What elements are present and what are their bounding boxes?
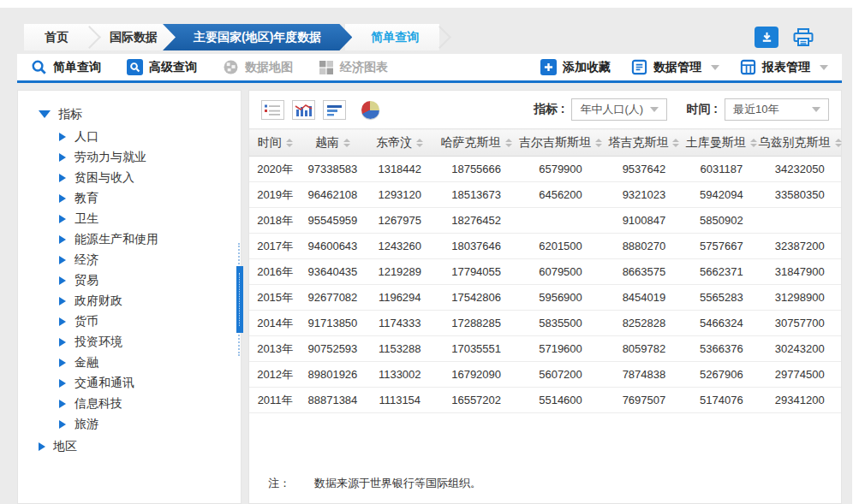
value-cell: 1219289 bbox=[365, 259, 435, 285]
sort-icon[interactable] bbox=[595, 139, 602, 147]
value-cell: 89801926 bbox=[301, 362, 364, 388]
value-cell: 9321023 bbox=[604, 182, 684, 208]
caret-right-icon bbox=[59, 256, 66, 264]
download-button[interactable] bbox=[755, 27, 778, 48]
column-header[interactable]: 吉尔吉斯斯坦 bbox=[517, 129, 603, 157]
value-cell: 8880270 bbox=[604, 234, 684, 259]
sidebar-item-label: 信息科技 bbox=[75, 396, 122, 412]
table-row: 2015年92677082119629417542806595690084540… bbox=[249, 285, 841, 311]
sort-icon[interactable] bbox=[505, 139, 512, 147]
grid-icon bbox=[740, 59, 756, 75]
value-cell: 94600643 bbox=[301, 234, 364, 259]
sidebar-item[interactable]: 交通和通讯 bbox=[59, 373, 241, 394]
column-header[interactable]: 东帝汶 bbox=[365, 129, 435, 157]
content-area: 指标 人口劳动力与就业贫困与收入教育卫生能源生产和使用经济贸易政府财政货币投资环… bbox=[17, 90, 842, 504]
value-cell: 17288285 bbox=[435, 311, 517, 336]
value-cell: 33580350 bbox=[759, 182, 841, 208]
value-cell: 5267906 bbox=[684, 362, 758, 388]
breadcrumb-annual-data-tab-active[interactable]: 主要国家(地区)年度数据 bbox=[163, 24, 352, 50]
sidebar-root-indicators[interactable]: 指标 bbox=[39, 104, 241, 125]
table-view-icon[interactable] bbox=[261, 100, 284, 120]
indicator-sidebar: 指标 人口劳动力与就业贫困与收入教育卫生能源生产和使用经济贸易政府财政货币投资环… bbox=[17, 90, 242, 504]
column-header[interactable]: 时间 bbox=[249, 129, 301, 157]
value-cell: 95545959 bbox=[301, 208, 364, 234]
value-cell: 5174076 bbox=[684, 388, 758, 413]
pie-chart-view-icon[interactable] bbox=[359, 100, 382, 120]
sidebar-resizer[interactable] bbox=[236, 266, 243, 333]
value-cell: 1318442 bbox=[365, 157, 435, 182]
sidebar-item[interactable]: 政府财政 bbox=[59, 291, 241, 311]
print-button[interactable] bbox=[790, 27, 816, 49]
simple-query-button[interactable]: 简单查询 bbox=[31, 59, 101, 75]
sidebar-item[interactable]: 投资环境 bbox=[59, 332, 241, 353]
sidebar-item-label: 劳动力与就业 bbox=[75, 150, 146, 165]
sidebar-item-label: 投资环境 bbox=[75, 335, 122, 350]
sidebar-item[interactable]: 劳动力与就业 bbox=[59, 147, 241, 168]
data-map-icon bbox=[223, 59, 239, 75]
add-favorite-button[interactable]: 添加收藏 bbox=[540, 59, 611, 75]
sidebar-item[interactable]: 信息科技 bbox=[59, 394, 241, 414]
value-cell: 1243260 bbox=[365, 234, 435, 259]
sidebar-item[interactable]: 教育 bbox=[59, 188, 241, 209]
sidebar-item[interactable]: 货币 bbox=[59, 311, 241, 332]
chevron-down-icon bbox=[650, 107, 659, 112]
table-row: 2020年97338583131844218755666657990095376… bbox=[249, 157, 841, 182]
sort-icon[interactable] bbox=[672, 139, 679, 147]
sort-icon[interactable] bbox=[286, 139, 293, 147]
column-header[interactable]: 越南 bbox=[301, 129, 364, 157]
sidebar-item[interactable]: 卫生 bbox=[59, 209, 241, 229]
column-chart-view-icon[interactable] bbox=[292, 100, 315, 120]
data-management-button[interactable]: 数据管理 bbox=[631, 59, 719, 75]
time-select-value: 最近10年 bbox=[733, 102, 778, 117]
view-switcher-row: 指标 : 年中人口(人) 时间 : 最近10年 bbox=[249, 91, 841, 128]
year-cell: 2020年 bbox=[249, 157, 301, 182]
value-cell: 18755666 bbox=[435, 157, 517, 182]
plus-icon bbox=[540, 59, 557, 75]
sidebar-item[interactable]: 人口 bbox=[59, 127, 241, 147]
sidebar-item[interactable]: 贸易 bbox=[59, 270, 241, 291]
sort-icon[interactable] bbox=[835, 139, 842, 147]
column-header[interactable]: 塔吉克斯坦 bbox=[604, 129, 684, 157]
year-cell: 2013年 bbox=[249, 336, 301, 362]
column-header-label: 东帝汶 bbox=[376, 135, 412, 151]
column-header[interactable]: 哈萨克斯坦 bbox=[435, 129, 517, 157]
note-text: 数据来源于世界银行等国际组织。 bbox=[314, 476, 481, 491]
column-header[interactable]: 乌兹别克斯坦 bbox=[759, 129, 841, 157]
caret-right-icon bbox=[59, 194, 66, 203]
sidebar-item[interactable]: 旅游 bbox=[59, 414, 241, 435]
column-header[interactable]: 土库曼斯坦 bbox=[684, 129, 758, 157]
economic-chart-button[interactable]: 经济图表 bbox=[319, 60, 388, 75]
bar-chart-view-icon[interactable] bbox=[323, 100, 346, 120]
time-filter-label: 时间 : bbox=[686, 102, 718, 117]
sidebar-item[interactable]: 经济 bbox=[59, 250, 241, 270]
value-cell: 9100847 bbox=[604, 208, 684, 234]
value-cell: 9537642 bbox=[604, 157, 684, 182]
sidebar-item[interactable]: 能源生产和使用 bbox=[59, 229, 241, 250]
add-favorite-label: 添加收藏 bbox=[563, 60, 611, 75]
advanced-query-button[interactable]: 高级查询 bbox=[127, 59, 197, 75]
data-map-button[interactable]: 数据地图 bbox=[223, 59, 293, 75]
sort-icon[interactable] bbox=[343, 139, 350, 147]
report-management-button[interactable]: 报表管理 bbox=[740, 59, 828, 75]
year-cell: 2012年 bbox=[249, 362, 301, 388]
value-cell: 5466324 bbox=[684, 311, 758, 336]
indicator-select[interactable]: 年中人口(人) bbox=[571, 98, 667, 121]
caret-right-icon bbox=[59, 338, 66, 347]
data-panel: 指标 : 年中人口(人) 时间 : 最近10年 时间越南东帝汶哈萨克斯坦吉尔吉斯… bbox=[248, 90, 842, 504]
value-cell: 92677082 bbox=[301, 285, 364, 311]
table-row: 2019年96462108129312018513673645620093210… bbox=[249, 182, 841, 208]
sidebar-root-regions[interactable]: 地区 bbox=[39, 436, 241, 457]
value-cell: 5942094 bbox=[684, 182, 758, 208]
breadcrumb-international-data-tab[interactable]: 国际数据 bbox=[89, 24, 178, 50]
value-cell: 8252828 bbox=[604, 311, 684, 336]
sort-icon[interactable] bbox=[416, 139, 423, 147]
breadcrumb-home-tab[interactable]: 首页 bbox=[24, 24, 89, 50]
caret-right-icon bbox=[59, 235, 66, 244]
sidebar-item[interactable]: 金融 bbox=[59, 353, 241, 373]
time-select[interactable]: 最近10年 bbox=[725, 98, 829, 121]
breadcrumb-actions bbox=[755, 27, 816, 49]
breadcrumb-simple-query-tab[interactable]: 简单查询 bbox=[345, 24, 439, 50]
sort-icon[interactable] bbox=[750, 139, 757, 147]
breadcrumb: 首页 国际数据 主要国家(地区)年度数据 简单查询 bbox=[24, 24, 816, 50]
sidebar-item[interactable]: 贫困与收入 bbox=[59, 168, 241, 188]
